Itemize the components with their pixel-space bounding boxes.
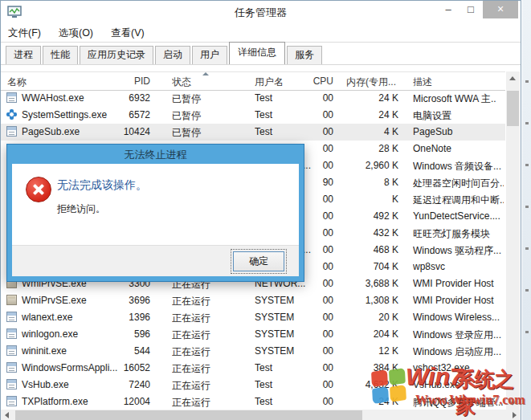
process-description: Windows Wireless... <box>413 312 504 323</box>
table-row[interactable]: wininit.exe544正在运行SYSTEM0012 KWindows 启动… <box>1 343 505 360</box>
process-cpu: 00 <box>301 92 333 104</box>
tab-performance[interactable]: 性能 <box>43 46 78 64</box>
column-header-memory[interactable]: 内存(专用... <box>346 75 399 89</box>
desktop-edge-marks <box>525 80 529 353</box>
table-row[interactable]: VsHub.exe7240正在运行Test004,632 KVsHub.exe <box>1 377 505 393</box>
process-description: 腾讯QQ多客户端管... <box>413 396 504 410</box>
scroll-left-icon[interactable] <box>1 410 14 420</box>
dialog-main-text: 无法完成该操作。 <box>57 178 147 193</box>
title-bar[interactable]: 任务管理器 – □ × <box>1 1 521 23</box>
process-memory: 2,960 K <box>341 160 398 171</box>
process-pid: 6932 <box>118 92 150 104</box>
process-cpu: 00 <box>301 328 333 340</box>
process-pid: 3696 <box>118 295 150 306</box>
process-memory: 432 K <box>341 227 398 239</box>
process-cpu: 00 <box>301 345 333 357</box>
column-header-name[interactable]: 名称 <box>7 75 120 89</box>
tab-app-history[interactable]: 应用历史记录 <box>80 46 153 64</box>
process-memory: 204 K <box>341 328 398 340</box>
horizontal-scrollbar-thumb[interactable] <box>15 410 362 420</box>
window-icon <box>6 92 17 103</box>
process-memory: 384 K <box>341 362 398 373</box>
table-row[interactable]: winlogon.exe596正在运行SYSTEM00204 KWindows … <box>1 326 505 343</box>
process-cpu: 00 <box>301 278 333 289</box>
sort-ascending-icon <box>202 72 209 75</box>
process-cpu: 00 <box>301 160 333 171</box>
tab-startup[interactable]: 启动 <box>155 46 190 64</box>
maximize-icon[interactable]: □ <box>460 1 481 18</box>
process-name: wlanext.exe <box>6 312 120 323</box>
scroll-up-icon[interactable] <box>506 71 520 84</box>
process-memory: 20 K <box>341 312 398 323</box>
process-cpu: 90 <box>301 177 333 188</box>
tab-users[interactable]: 用户 <box>192 46 227 64</box>
wmi-icon <box>6 295 17 305</box>
process-description: vshost32.exe <box>413 362 504 373</box>
tab-details[interactable]: 详细信息 <box>229 42 285 64</box>
process-memory: 3,688 K <box>341 278 398 289</box>
window-icon <box>6 328 17 339</box>
process-pid: 7240 <box>118 379 150 390</box>
menu-options[interactable]: 选项(O) <box>59 27 93 40</box>
process-memory: 28 K <box>341 143 398 154</box>
vertical-scrollbar-thumb[interactable] <box>507 91 519 126</box>
process-description: Windows 驱动程序... <box>413 244 504 258</box>
process-name: VsHub.exe <box>6 379 120 390</box>
process-name: wininit.exe <box>6 345 120 357</box>
process-pid: 10424 <box>118 126 150 137</box>
table-row[interactable]: WWAHost.exe6932已暂停Test0024 KMicrosoft WW… <box>1 90 505 107</box>
process-memory: 12 K <box>341 345 398 357</box>
process-memory: 4 K <box>341 126 398 137</box>
process-memory: 24 K <box>341 396 398 407</box>
window-icon <box>6 312 17 322</box>
process-status: 已暂停 <box>172 92 246 106</box>
close-icon[interactable]: × <box>483 1 518 18</box>
scroll-right-icon[interactable] <box>508 410 521 420</box>
menu-bar: 文件(F) 选项(O) 查看(V) <box>1 25 521 41</box>
table-row[interactable]: WmiPrvSE.exe3696正在运行SYSTEM001,308 KWMI P… <box>1 292 505 309</box>
process-description: YunDetectService.... <box>413 210 504 222</box>
process-memory: 1,308 K <box>341 295 398 306</box>
process-cpu: 00 <box>301 194 333 205</box>
dialog-title-bar[interactable]: 无法终止进程 <box>7 145 304 164</box>
minimize-icon[interactable]: – <box>438 1 459 18</box>
dialog-sub-text: 拒绝访问。 <box>57 202 105 216</box>
process-name: WmiPrvSE.exe <box>6 295 120 306</box>
process-description: WMI Provider Host <box>413 295 504 306</box>
dialog-body: 无法完成该操作。 拒绝访问。 确定 <box>12 164 299 276</box>
table-row[interactable]: WindowsFormsAppli...16052正在运行Test00384 K… <box>1 360 505 377</box>
table-row[interactable]: TXPlatform.exe12004正在运行Test0024 K腾讯QQ多客户… <box>1 393 505 410</box>
process-cpu: 00 <box>301 362 333 373</box>
window-icon <box>6 362 17 373</box>
process-memory: 8 K <box>341 177 398 188</box>
scroll-down-icon[interactable] <box>506 397 520 410</box>
table-row[interactable]: SystemSettings.exe6572已暂停Test0024 K电脑设置 <box>1 107 505 124</box>
vertical-scrollbar[interactable] <box>506 71 520 410</box>
tab-services[interactable]: 服务 <box>287 46 322 64</box>
process-cpu: 00 <box>301 109 333 120</box>
menu-view[interactable]: 查看(V) <box>111 27 145 40</box>
column-header-cpu[interactable]: CPU <box>301 75 333 87</box>
process-description: OneNote <box>413 143 504 154</box>
ok-button[interactable]: 确定 <box>233 251 284 271</box>
column-header-status[interactable]: 状态 <box>172 75 244 89</box>
process-cpu: 00 <box>301 210 333 222</box>
window-icon <box>6 126 17 137</box>
process-description: 电脑设置 <box>413 109 504 123</box>
column-header-pid[interactable]: PID <box>118 75 150 87</box>
tab-processes[interactable]: 进程 <box>6 46 41 64</box>
table-row[interactable]: wlanext.exe1396正在运行SYSTEM0020 KWindows W… <box>1 309 505 326</box>
window-icon <box>6 345 17 356</box>
process-cpu: 00 <box>301 126 333 137</box>
gear-icon <box>6 109 17 120</box>
process-cpu: 00 <box>301 396 333 407</box>
column-header-description[interactable]: 描述 <box>413 75 503 89</box>
horizontal-scrollbar[interactable] <box>1 410 521 420</box>
process-memory: 492 K <box>341 210 398 222</box>
window-icon <box>6 379 17 389</box>
menu-file[interactable]: 文件(F) <box>8 27 41 40</box>
table-row[interactable]: PageSub.exe10424已暂停Test004 KPageSub <box>1 124 505 141</box>
tab-separator <box>1 64 521 65</box>
process-status: 已暂停 <box>172 109 246 123</box>
window-icon <box>6 396 17 406</box>
